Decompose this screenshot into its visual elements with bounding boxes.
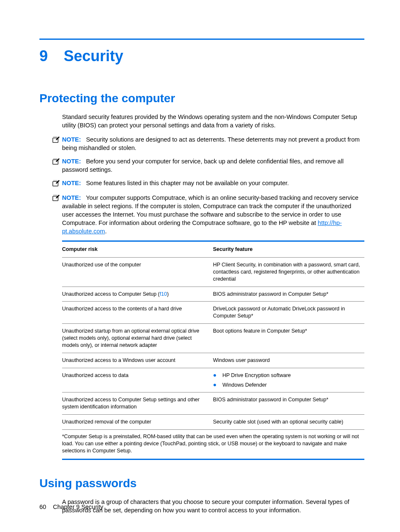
cell-feature: BIOS administrator password in Computer … <box>213 291 364 298</box>
note-icon <box>52 179 62 189</box>
note-pencil-icon <box>52 194 60 201</box>
section1-intro: Standard security features provided by t… <box>62 113 364 129</box>
note-text: Security solutions are designed to act a… <box>62 136 360 151</box>
table-row: Unauthorized access to the contents of a… <box>62 302 364 324</box>
note-text: Before you send your computer for servic… <box>62 158 343 173</box>
note-content: NOTE: Security solutions are designed to… <box>62 135 364 152</box>
chapter-title: Security <box>64 47 123 65</box>
table-header: Computer risk Security feature <box>62 242 364 258</box>
table-row: Unauthorized access to Computer Setup se… <box>62 393 364 415</box>
note-content: NOTE: Your computer supports Computrace,… <box>62 194 364 235</box>
note-block: NOTE: Some features listed in this chapt… <box>52 179 364 189</box>
section-heading-passwords: Using passwords <box>39 477 364 490</box>
table-footnote: *Computer Setup is a preinstalled, ROM-b… <box>62 430 364 460</box>
note-pencil-icon <box>52 158 60 165</box>
note-icon <box>52 157 62 174</box>
chapter-top-rule <box>39 39 364 40</box>
table-row: Unauthorized access to a Windows user ac… <box>62 353 364 368</box>
section-heading-protecting: Protecting the computer <box>39 92 364 105</box>
note-block: NOTE: Security solutions are designed to… <box>52 135 364 152</box>
page-number: 60 <box>39 504 46 510</box>
list-item: ●HP Drive Encryption software <box>213 372 364 379</box>
cell-feature: Windows user password <box>213 357 364 364</box>
note-pencil-icon <box>52 136 60 143</box>
cell-risk: Unauthorized access to a Windows user ac… <box>62 357 213 364</box>
chapter-number: 9 <box>39 47 48 65</box>
table-row: Unauthorized access to Computer Setup (f… <box>62 287 364 302</box>
cell-risk: Unauthorized access to Computer Setup se… <box>62 396 213 411</box>
note-content: NOTE: Some features listed in this chapt… <box>62 179 364 189</box>
note-block: NOTE: Your computer supports Computrace,… <box>52 194 364 235</box>
cell-feature: DriveLock password or Automatic DriveLoc… <box>213 305 364 320</box>
list-item: ●Windows Defender <box>213 382 364 389</box>
note-label: NOTE: <box>62 194 81 201</box>
f10-key: f10 <box>160 291 167 297</box>
table-row: Unauthorized access to data ●HP Drive En… <box>62 368 364 393</box>
bullet-icon: ● <box>213 372 222 378</box>
note-label: NOTE: <box>62 180 81 186</box>
security-table: Computer risk Security feature Unauthori… <box>62 240 364 460</box>
cell-risk-pre: Unauthorized access to Computer Setup ( <box>62 291 160 297</box>
note-text-post: . <box>105 228 106 235</box>
cell-risk: Unauthorized use of the computer <box>62 261 213 283</box>
list-item-text: Windows Defender <box>222 382 267 389</box>
note-content: NOTE: Before you send your computer for … <box>62 157 364 174</box>
note-text-pre: Your computer supports Computrace, which… <box>62 194 358 226</box>
page-footer: 60 Chapter 9 Security <box>39 504 103 510</box>
note-label: NOTE: <box>62 136 81 143</box>
table-row: Unauthorized startup from an optional ex… <box>62 324 364 353</box>
col-header-feature: Security feature <box>213 246 364 253</box>
feature-bullet-list: ●HP Drive Encryption software ●Windows D… <box>213 372 364 389</box>
note-label: NOTE: <box>62 158 81 165</box>
list-item-text: HP Drive Encryption software <box>222 372 291 379</box>
note-pencil-icon <box>52 179 60 187</box>
table-row: Unauthorized removal of the computer Sec… <box>62 415 364 430</box>
note-block: NOTE: Before you send your computer for … <box>52 157 364 174</box>
cell-feature: Boot options feature in Computer Setup* <box>213 328 364 349</box>
cell-feature: ●HP Drive Encryption software ●Windows D… <box>213 372 364 389</box>
col-header-risk: Computer risk <box>62 246 213 253</box>
cell-risk-post: ) <box>167 291 169 297</box>
chapter-heading: 9 Security <box>39 47 364 65</box>
footer-chapter-label: Chapter 9 Security <box>53 504 103 510</box>
table-row: Unauthorized use of the computer HP Clie… <box>62 258 364 287</box>
cell-risk: Unauthorized access to the contents of a… <box>62 305 213 320</box>
cell-risk: Unauthorized access to data <box>62 372 213 389</box>
cell-feature: HP Client Security, in combination with … <box>213 261 364 283</box>
note-icon <box>52 135 62 152</box>
cell-risk: Unauthorized startup from an optional ex… <box>62 328 213 349</box>
note-text: Some features listed in this chapter may… <box>86 180 289 186</box>
note-icon <box>52 194 62 235</box>
section2-intro: A password is a group of characters that… <box>62 498 364 514</box>
cell-feature: BIOS administrator password in Computer … <box>213 396 364 411</box>
cell-risk: Unauthorized access to Computer Setup (f… <box>62 291 213 298</box>
bullet-icon: ● <box>213 382 222 387</box>
cell-risk: Unauthorized removal of the computer <box>62 418 213 426</box>
cell-feature: Security cable slot (used with an option… <box>213 418 364 426</box>
